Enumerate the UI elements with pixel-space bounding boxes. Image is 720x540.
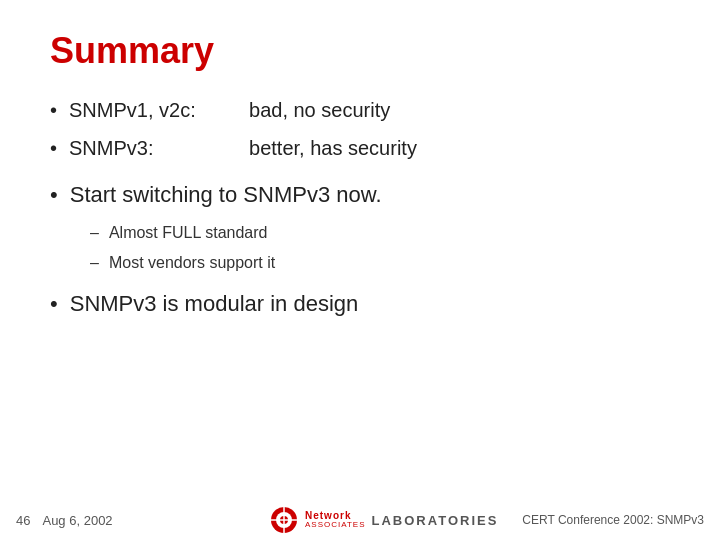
logo-associates-text: ASSOCIATES (305, 521, 366, 530)
snmpv1-value: bad, no security (249, 96, 390, 124)
start-switching-bullet: • Start switching to SNMPv3 now. (50, 180, 670, 211)
sub-text-2: Most vendors support it (109, 251, 275, 275)
bullet-dot-1: • (50, 96, 57, 124)
sub-text-1: Almost FULL standard (109, 221, 268, 245)
footer-right: Network ASSOCIATES LABORATORIES CERT Con… (269, 505, 704, 535)
slide-footer: 46 Aug 6, 2002 Network ASSOCIATES LABORA… (0, 500, 720, 540)
snmpv3-compare-bullet: • SNMPv3: better, has security (50, 134, 670, 162)
start-switching-text: Start switching to SNMPv3 now. (70, 180, 382, 211)
slide: Summary • SNMPv1, v2c: bad, no security … (0, 0, 720, 540)
footer-conference-text: CERT Conference 2002: SNMPv3 (522, 513, 704, 527)
bullet-dot-2: • (50, 134, 57, 162)
snmpv3-value: better, has security (249, 134, 417, 162)
sub-bullet-vendors: – Most vendors support it (90, 251, 670, 275)
logo-text-block: Network ASSOCIATES (305, 510, 366, 530)
modular-bullet: • SNMPv3 is modular in design (50, 289, 670, 320)
sub-bullets-list: – Almost FULL standard – Most vendors su… (90, 221, 670, 275)
modular-text: SNMPv3 is modular in design (70, 289, 359, 320)
snmpv1-label: SNMPv1, v2c: (69, 96, 249, 124)
footer-left: 46 Aug 6, 2002 (16, 513, 113, 528)
network-logo-icon (269, 505, 299, 535)
footer-page-number: 46 (16, 513, 30, 528)
snmpv3-label: SNMPv3: (69, 134, 249, 162)
sub-dash-2: – (90, 251, 99, 275)
bullet-dot-3: • (50, 180, 58, 211)
network-logo: Network ASSOCIATES LABORATORIES (269, 505, 498, 535)
sub-bullet-full-standard: – Almost FULL standard (90, 221, 670, 245)
sub-dash-1: – (90, 221, 99, 245)
bullet-dot-4: • (50, 289, 58, 320)
logo-laboratories-text: LABORATORIES (372, 513, 499, 528)
footer-date: Aug 6, 2002 (42, 513, 112, 528)
snmpv1-bullet: • SNMPv1, v2c: bad, no security (50, 96, 670, 124)
slide-title: Summary (50, 30, 670, 72)
snmp-comparison-list: • SNMPv1, v2c: bad, no security • SNMPv3… (50, 96, 670, 162)
